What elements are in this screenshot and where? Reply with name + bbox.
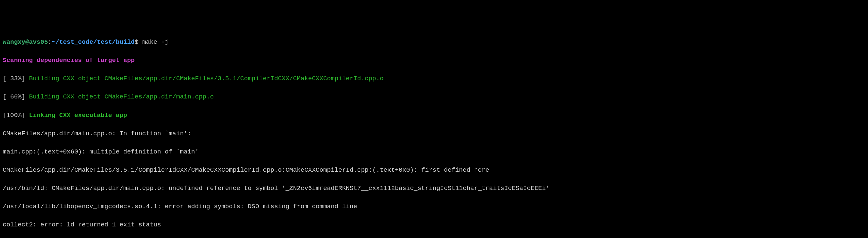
prompt-dollar: $ [135,38,138,46]
error-line: /usr/local/lib/libopencv_imgcodecs.so.4.… [3,202,865,211]
prompt-colon: : [48,38,52,46]
progress-pct-66: [ 66%] [3,93,29,101]
progress-msg-66: Building CXX object CMakeFiles/app.dir/m… [29,93,214,101]
progress-msg-33: Building CXX object CMakeFiles/app.dir/C… [29,75,384,82]
build-progress-100: [100%] Linking CXX executable app [3,111,865,120]
error-line: main.cpp:(.text+0x60): multiple definiti… [3,148,865,157]
scanning-deps-line: Scanning dependencies of target app [3,56,865,65]
progress-pct-100: [100%] [3,112,29,119]
progress-msg-100: Linking CXX executable app [29,112,127,119]
command-text: make -j [138,38,169,46]
progress-pct-33: [ 33%] [3,75,29,82]
error-line: CMakeFiles/app.dir/CMakeFiles/3.5.1/Comp… [3,166,865,175]
prompt-at: @ [25,38,29,46]
prompt-host: avs05 [29,38,48,46]
build-progress-33: [ 33%] Building CXX object CMakeFiles/ap… [3,74,865,83]
build-progress-66: [ 66%] Building CXX object CMakeFiles/ap… [3,92,865,102]
error-line: collect2: error: ld returned 1 exit stat… [3,220,865,230]
prompt-line[interactable]: wangxy@avs05:~/test_code/test/build$ mak… [3,38,865,47]
prompt-user: wangxy [3,38,25,46]
prompt-path: ~/test_code/test/build [52,38,135,46]
error-line: /usr/bin/ld: CMakeFiles/app.dir/main.cpp… [3,184,865,193]
error-line: CMakeFiles/app.dir/main.cpp.o: In functi… [3,129,865,138]
